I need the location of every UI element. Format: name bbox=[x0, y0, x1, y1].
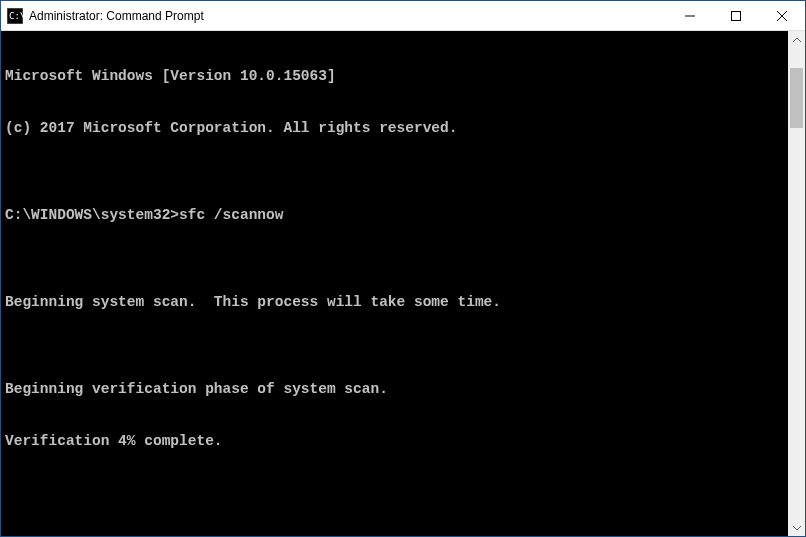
terminal-line: Microsoft Windows [Version 10.0.15063] bbox=[5, 68, 784, 85]
terminal-line: Verification 4% complete. bbox=[5, 433, 784, 450]
maximize-icon bbox=[731, 11, 741, 21]
titlebar[interactable]: C:\ Administrator: Command Prompt bbox=[1, 1, 805, 31]
scrollbar-up-arrow[interactable] bbox=[788, 31, 805, 48]
svg-text:C:\: C:\ bbox=[9, 11, 23, 21]
terminal-line: Beginning system scan. This process will… bbox=[5, 294, 784, 311]
window-controls bbox=[667, 1, 805, 30]
minimize-icon bbox=[685, 11, 695, 21]
terminal-output[interactable]: Microsoft Windows [Version 10.0.15063] (… bbox=[1, 31, 788, 536]
chevron-down-icon bbox=[793, 524, 801, 532]
terminal-line: (c) 2017 Microsoft Corporation. All righ… bbox=[5, 120, 784, 137]
close-button[interactable] bbox=[759, 1, 805, 30]
terminal-line: Beginning verification phase of system s… bbox=[5, 381, 784, 398]
minimize-button[interactable] bbox=[667, 1, 713, 30]
chevron-up-icon bbox=[793, 36, 801, 44]
scrollbar-down-arrow[interactable] bbox=[788, 519, 805, 536]
scrollbar-track[interactable] bbox=[788, 48, 805, 519]
svg-rect-3 bbox=[732, 11, 741, 20]
window-title: Administrator: Command Prompt bbox=[29, 9, 667, 23]
scrollbar-thumb[interactable] bbox=[790, 68, 803, 128]
command-prompt-window: C:\ Administrator: Command Prompt bbox=[0, 0, 806, 537]
cmd-icon: C:\ bbox=[7, 8, 23, 24]
close-icon bbox=[777, 11, 787, 21]
content-wrapper: Microsoft Windows [Version 10.0.15063] (… bbox=[1, 31, 805, 536]
vertical-scrollbar[interactable] bbox=[788, 31, 805, 536]
terminal-line: C:\WINDOWS\system32>sfc /scannow bbox=[5, 207, 784, 224]
maximize-button[interactable] bbox=[713, 1, 759, 30]
